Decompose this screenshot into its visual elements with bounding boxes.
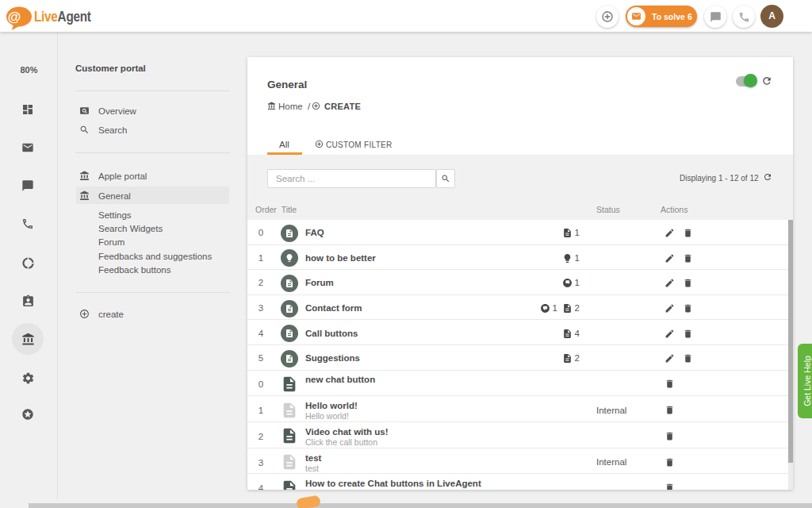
- svg-text:@: @: [8, 10, 21, 25]
